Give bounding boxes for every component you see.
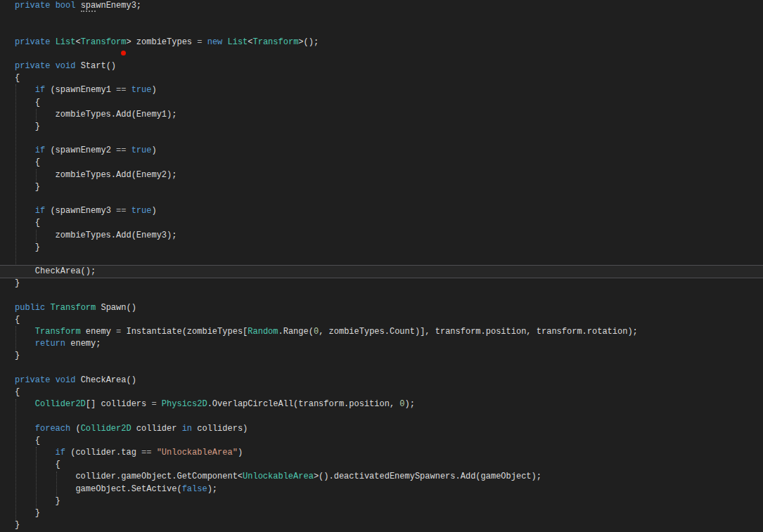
code-line-42[interactable]: }: [0, 495, 763, 507]
code-line-20[interactable]: zombieTypes.Add(Enemy3);: [0, 230, 763, 242]
token: {: [15, 98, 40, 108]
code-line-27[interactable]: {: [0, 314, 763, 326]
code-line-39[interactable]: {: [0, 459, 763, 471]
token: ): [151, 206, 156, 216]
code-line-6[interactable]: private void Start(): [0, 60, 763, 72]
token: List: [56, 37, 76, 47]
code-line-1[interactable]: private bool spawnEnemy3;: [0, 0, 763, 12]
token: >();: [298, 37, 319, 47]
code-line-30[interactable]: }: [0, 350, 763, 362]
code-line-32[interactable]: private void CheckArea(): [0, 375, 763, 387]
code-line-17[interactable]: [0, 193, 763, 205]
token: {: [15, 157, 40, 167]
token: >().deactivatedEnemySpawners.Add(gameObj…: [314, 472, 541, 481]
code-line-22[interactable]: [0, 254, 763, 266]
token: Start(): [75, 61, 116, 71]
code-line-11[interactable]: }: [0, 121, 763, 133]
token: [15, 145, 35, 155]
code-line-5[interactable]: [0, 48, 763, 60]
code-area[interactable]: private bool spawnEnemy3;private List<Tr…: [0, 0, 763, 531]
code-line-9[interactable]: {: [0, 97, 763, 109]
token: }: [15, 242, 40, 252]
token: [222, 37, 227, 47]
token: ==: [116, 145, 126, 155]
token: true: [132, 145, 152, 155]
code-line-23[interactable]: CheckArea();: [0, 266, 763, 278]
token: ): [151, 85, 156, 95]
code-line-7[interactable]: {: [0, 72, 763, 84]
token: [50, 1, 55, 11]
token: private: [15, 61, 50, 71]
token: private: [15, 37, 50, 47]
code-line-18[interactable]: if (spawnEnemy3 == true): [0, 205, 763, 217]
code-line-44[interactable]: }: [0, 519, 763, 531]
code-line-26[interactable]: public Transform Spawn(): [0, 302, 763, 314]
code-line-33[interactable]: {: [0, 387, 763, 398]
code-line-14[interactable]: {: [0, 157, 763, 169]
code-line-15[interactable]: zombieTypes.Add(Enemy2);: [0, 169, 763, 181]
code-line-35[interactable]: [0, 410, 763, 422]
token: }: [15, 278, 20, 288]
token: void: [56, 375, 76, 385]
token: [15, 424, 35, 434]
code-line-4[interactable]: private List<Transform> zombieTypes = ne…: [0, 37, 763, 48]
token: UnlockableArea: [243, 472, 314, 481]
token: [75, 1, 80, 11]
code-line-10[interactable]: zombieTypes.Add(Enemy1);: [0, 109, 763, 121]
code-line-43[interactable]: }: [0, 507, 763, 519]
token: Transform: [50, 303, 96, 313]
token: [15, 399, 35, 409]
token: > zombieTypes: [126, 37, 197, 47]
code-line-12[interactable]: [0, 133, 763, 145]
code-line-31[interactable]: [0, 363, 763, 375]
token: {: [15, 73, 20, 83]
token: public: [15, 303, 45, 313]
code-line-19[interactable]: {: [0, 217, 763, 229]
token: "UnlockableArea": [157, 448, 238, 458]
code-line-25[interactable]: [0, 290, 763, 302]
code-line-2[interactable]: [0, 12, 763, 24]
token: [50, 37, 55, 47]
token: <: [248, 37, 252, 47]
token: Transform: [81, 37, 127, 47]
code-line-38[interactable]: if (collider.tag == "UnlockableArea"): [0, 447, 763, 459]
token: collider: [132, 424, 182, 434]
code-line-3[interactable]: [0, 24, 763, 36]
token: 0: [399, 399, 404, 409]
code-line-29[interactable]: return enemy;: [0, 338, 763, 350]
token: wnEnemy3;: [96, 1, 141, 11]
token: Spawn(): [96, 303, 136, 313]
token: [157, 399, 162, 409]
code-line-37[interactable]: {: [0, 435, 763, 447]
token: {: [15, 218, 40, 228]
code-line-8[interactable]: if (spawnEnemy1 == true): [0, 84, 763, 96]
token: {: [15, 460, 60, 469]
code-line-34[interactable]: Collider2D[] colliders = Physics2D.Overl…: [0, 398, 763, 410]
red-dot-marker: [121, 51, 126, 56]
code-line-40[interactable]: collider.gameObject.GetComponent<Unlocka…: [0, 471, 763, 483]
token: (: [70, 424, 80, 434]
code-line-36[interactable]: foreach (Collider2D collider in collider…: [0, 423, 763, 435]
code-line-21[interactable]: }: [0, 242, 763, 254]
code-line-13[interactable]: if (spawnEnemy2 == true): [0, 145, 763, 157]
code-line-41[interactable]: gameObject.SetActive(false);: [0, 484, 763, 495]
token: return: [35, 339, 65, 349]
token: if: [35, 85, 45, 95]
token: Collider2D: [35, 399, 86, 409]
token: [15, 339, 35, 349]
token: {: [15, 436, 40, 446]
code-line-16[interactable]: }: [0, 181, 763, 193]
token: {: [15, 315, 20, 325]
code-editor[interactable]: private bool spawnEnemy3;private List<Tr…: [0, 0, 763, 532]
token: false: [182, 484, 207, 494]
token: true: [132, 206, 152, 216]
code-line-28[interactable]: Transform enemy = Instantiate(zombieType…: [0, 326, 763, 338]
token: (collider.tag: [65, 448, 141, 458]
token: colliders): [192, 424, 248, 434]
token: [202, 37, 207, 47]
token: Transform: [253, 37, 299, 47]
token: Collider2D: [81, 424, 132, 434]
token: zombieTypes.Add(Enemy2);: [15, 170, 177, 180]
token: Instantiate(zombieTypes[: [121, 327, 248, 337]
code-line-24[interactable]: }: [0, 278, 763, 290]
